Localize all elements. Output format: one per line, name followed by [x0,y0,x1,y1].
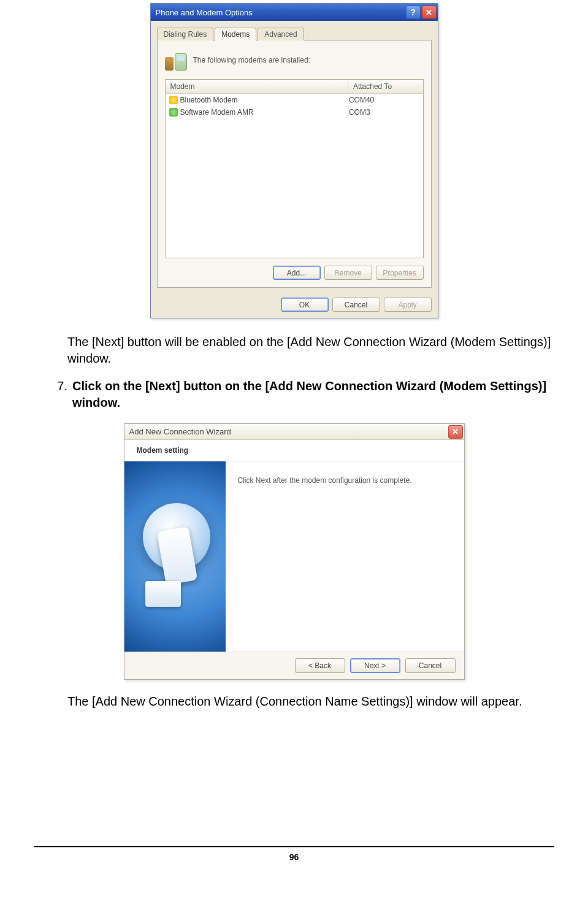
back-button[interactable]: < Back [295,658,345,673]
help-button[interactable]: ? [406,6,421,19]
dialog-title: Phone and Modem Options [156,8,253,17]
add-connection-wizard-dialog: Add New Connection Wizard ✕ Modem settin… [124,423,465,680]
bluetooth-modem-icon [169,96,178,104]
intro-text: The following modems are installed: [193,56,310,64]
modem-port: COM40 [345,94,438,106]
table-row[interactable]: Software Modem AMR COM3 [166,106,423,118]
wizard-subheading: Modem setting [124,440,464,461]
step-7: 7. Click on the [Next] button on the [Ad… [43,378,551,411]
modem-name: Software Modem AMR [180,108,254,117]
dialog-titlebar[interactable]: Add New Connection Wizard ✕ [124,424,464,440]
ok-button[interactable]: OK [281,298,329,312]
modem-list[interactable]: Modem Attached To Bluetooth Modem COM40 [165,79,424,258]
tab-dialing-rules[interactable]: Dialing Rules [157,28,214,40]
modem-port: COM3 [345,107,438,118]
col-header-modem[interactable]: Modem [166,80,348,93]
phone-modem-options-dialog: Phone and Modem Options ? ✕ Dialing Rule… [150,3,438,318]
apply-button[interactable]: Apply [384,298,432,312]
paragraph-1: The [Next] button will be enabled on the… [67,334,551,367]
close-button[interactable]: ✕ [448,425,463,439]
properties-button[interactable]: Properties [376,266,424,280]
step-text: Click on the [Next] button on the [Add N… [72,378,551,411]
tab-advanced[interactable]: Advanced [258,28,304,40]
tab-strip: Dialing Rules Modems Advanced [157,28,432,40]
modem-name: Bluetooth Modem [180,96,238,104]
software-modem-icon [169,108,178,117]
cancel-button[interactable]: Cancel [405,658,456,673]
wizard-artwork [124,461,226,652]
modems-icon [165,50,186,71]
step-number: 7. [43,378,72,395]
table-row[interactable]: Bluetooth Modem COM40 [166,94,423,106]
col-header-attached[interactable]: Attached To [348,80,443,93]
paragraph-2: The [Add New Connection Wizard (Connecti… [67,693,551,710]
tab-modems[interactable]: Modems [215,28,256,40]
cancel-button[interactable]: Cancel [332,298,380,312]
add-button[interactable]: Add... [273,266,321,280]
next-button[interactable]: Next > [350,658,400,673]
close-button[interactable]: ✕ [422,6,437,19]
tab-pane-modems: The following modems are installed: Mode… [157,40,432,288]
dialog-titlebar[interactable]: Phone and Modem Options ? ✕ [151,4,438,21]
dialog-title: Add New Connection Wizard [129,427,231,436]
wizard-content-text: Click Next after the modem configuration… [226,461,464,652]
page-number: 96 [34,846,554,862]
remove-button[interactable]: Remove [324,266,372,280]
